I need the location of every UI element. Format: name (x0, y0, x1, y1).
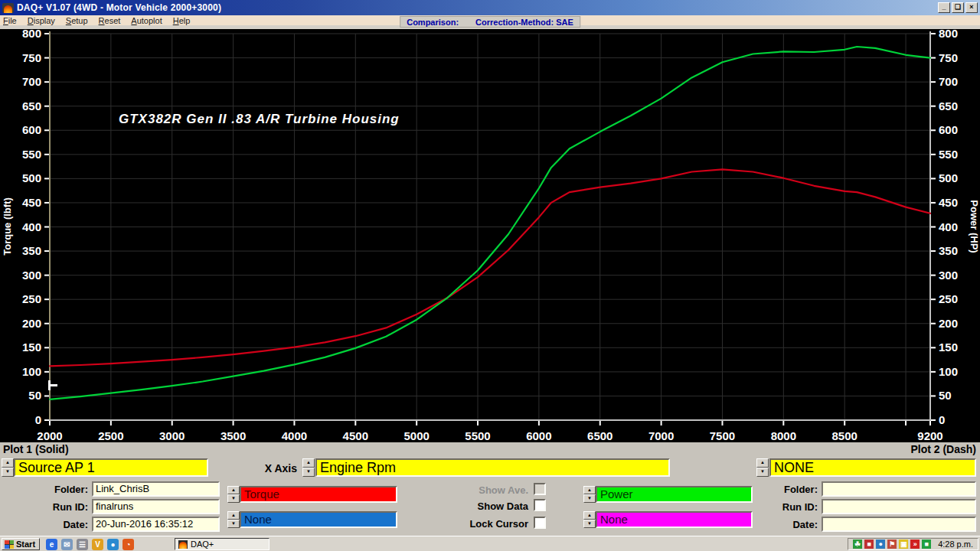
spin-up[interactable]: ▲ (227, 486, 240, 494)
spin-up[interactable]: ▲ (2, 458, 14, 468)
plot2-source-combo[interactable]: NONE (769, 458, 976, 477)
taskbar-clock[interactable]: 4:28 p.m. (938, 540, 973, 549)
menu-item-setup[interactable]: Setup (66, 16, 88, 25)
y-tick-label-left: 0 (35, 413, 41, 426)
y-tick-label-left: 100 (22, 365, 41, 378)
spin-up[interactable]: ▲ (756, 458, 769, 468)
x-tick-label: 2000 (37, 429, 62, 442)
y-tick-label-right: 250 (939, 292, 958, 305)
x-axis-spinner[interactable]: ▲▼ (302, 458, 315, 477)
source-spinner[interactable]: ▲▼ (2, 458, 14, 477)
spin-down[interactable]: ▼ (756, 468, 769, 477)
media-icon[interactable]: V (92, 539, 103, 550)
plot1-source-combo[interactable]: Source AP 1 (14, 458, 208, 477)
plot2-source-spinner[interactable]: ▲▼ (756, 458, 769, 477)
plot2-y2-spinner[interactable]: ▲▼ (583, 511, 596, 528)
plot1-y2-combo[interactable]: None (240, 511, 397, 528)
lock-cursor-label: Lock Cursor (413, 518, 528, 530)
y-tick-label-right: 800 (939, 29, 958, 40)
folder-field-right[interactable] (822, 481, 976, 497)
spin-down[interactable]: ▼ (302, 468, 315, 477)
folder-field-left[interactable]: Link_ChrisB (92, 481, 220, 497)
daq-task-icon (178, 540, 188, 549)
y-tick-label-left: 750 (22, 51, 41, 64)
start-button[interactable]: Start (2, 538, 40, 550)
x-tick-label: 7500 (710, 429, 735, 442)
x-tick-label: 2500 (98, 429, 123, 442)
messenger-icon[interactable]: ● (107, 539, 119, 550)
document-icon[interactable]: ☰ (77, 539, 88, 550)
tray-icon-2[interactable]: ■ (864, 540, 874, 549)
runid-field-right[interactable] (822, 499, 976, 514)
menu-item-display[interactable]: Display (28, 16, 55, 25)
lock-cursor-checkbox[interactable] (534, 517, 546, 529)
mail-icon[interactable]: ✉ (61, 539, 73, 550)
tray-icon-3[interactable]: ● (876, 540, 885, 549)
comparison-status-box: Comparison: Correction-Method: SAE (400, 16, 580, 28)
menu-item-file[interactable]: File (3, 16, 17, 25)
y-tick-label-right: 650 (939, 99, 958, 112)
y-tick-label-right: 100 (939, 365, 958, 378)
show-ave-checkbox (534, 483, 546, 495)
date-field-right[interactable] (822, 517, 976, 532)
spin-up[interactable]: ▲ (227, 511, 240, 520)
y-tick-label-right: 400 (939, 220, 958, 233)
date-field-left[interactable]: 20-Jun-2016 16:35:12 (92, 517, 220, 532)
plot1-y1-spinner[interactable]: ▲▼ (227, 486, 240, 503)
plot1-y2-spinner[interactable]: ▲▼ (227, 511, 240, 528)
y-tick-label-left: 300 (22, 269, 41, 282)
data-cursor-mark[interactable] (48, 380, 51, 390)
y-tick-label-right: 350 (939, 244, 958, 257)
browser-icon[interactable]: ◔ (122, 539, 134, 550)
tray-icon-4[interactable]: ⚑ (887, 540, 897, 549)
spin-down[interactable]: ▼ (583, 494, 596, 503)
folder-label-left: Folder: (27, 484, 88, 495)
minimize-button[interactable]: _ (938, 2, 950, 13)
dyno-chart-svg: 0050501001001501502002002502503003003503… (0, 29, 980, 442)
data-cursor-mark[interactable] (51, 384, 57, 386)
plot2-y1-combo[interactable]: Power (596, 486, 753, 503)
spin-down[interactable]: ▼ (227, 520, 240, 528)
tray-icon-1[interactable]: ☘ (853, 540, 862, 549)
spin-up[interactable]: ▲ (583, 486, 596, 494)
runid-label-right: Run ID: (758, 501, 818, 513)
restore-button[interactable]: ❏ (952, 2, 964, 13)
plot2-y2-combo[interactable]: None (596, 511, 753, 528)
dyno-chart: 0050501001001501502002002502503003003503… (0, 29, 980, 442)
menu-item-autoplot[interactable]: Autoplot (131, 16, 162, 25)
daq-task-button[interactable]: DAQ+ (175, 538, 270, 550)
x-tick-label: 5000 (403, 429, 429, 442)
spin-down[interactable]: ▼ (2, 468, 14, 477)
plot1-y1-combo[interactable]: Torque (240, 486, 397, 503)
y-tick-label-left: 800 (22, 29, 41, 40)
ie-icon[interactable]: e (46, 539, 57, 550)
x-tick-label: 6000 (526, 429, 551, 442)
y-tick-label-left: 600 (22, 123, 41, 136)
y-axis-title-right: Power (HP) (969, 200, 980, 253)
y-tick-label-left: 550 (22, 148, 41, 161)
x-tick-label: 8000 (771, 429, 796, 442)
runid-field-left[interactable]: finalruns (92, 499, 220, 514)
daq-task-label: DAQ+ (191, 540, 214, 549)
spin-down[interactable]: ▼ (583, 520, 596, 528)
menu-item-help[interactable]: Help (173, 16, 191, 25)
close-button[interactable]: × (965, 2, 978, 13)
y-tick-label-left: 350 (22, 244, 41, 257)
y-tick-label-left: 700 (22, 75, 41, 88)
x-axis-combo[interactable]: Engine Rpm (315, 458, 670, 477)
menu-item-reset[interactable]: Reset (99, 16, 121, 25)
date-label-left: Date: (27, 519, 88, 530)
plot2-y1-spinner[interactable]: ▲▼ (583, 486, 596, 503)
plot1-header: Plot 1 (Solid) (3, 443, 69, 455)
windows-flag-icon (5, 540, 14, 549)
x-tick-label: 7000 (648, 429, 674, 442)
show-data-label: Show Data (413, 500, 528, 512)
tray-icon-7[interactable]: ■ (922, 540, 931, 549)
spin-up[interactable]: ▲ (302, 458, 315, 468)
spin-down[interactable]: ▼ (227, 494, 240, 503)
tray-icon-5[interactable]: ▣ (899, 540, 908, 549)
spin-up[interactable]: ▲ (583, 511, 596, 520)
tray-icon-6[interactable]: » (910, 540, 920, 549)
chart-background (0, 29, 980, 442)
show-data-checkbox[interactable] (534, 499, 546, 511)
